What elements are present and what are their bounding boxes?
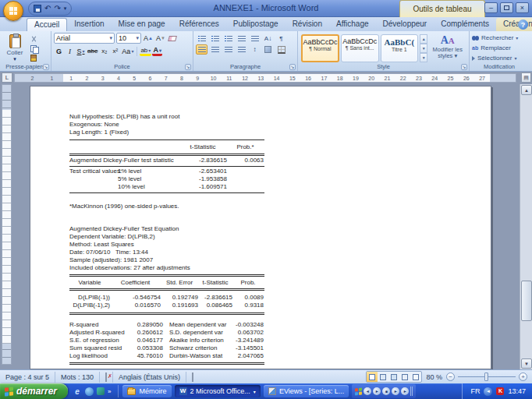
- style-sans-interligne[interactable]: AaBbCcDc ¶ Sans int...: [341, 34, 379, 62]
- hide-icons-chevron-icon[interactable]: ◄: [484, 387, 492, 396]
- clipboard-dialog-launcher[interactable]: ↘: [43, 64, 49, 70]
- tab-publipostage[interactable]: Publipostage: [226, 18, 286, 31]
- language-indicator[interactable]: Anglais (États Unis): [113, 372, 186, 383]
- antivirus-tray-icon[interactable]: K: [496, 387, 504, 395]
- language-bar[interactable]: FR: [470, 387, 480, 395]
- word-count[interactable]: Mots : 130: [55, 372, 100, 383]
- close-button[interactable]: ×: [516, 2, 529, 13]
- paragraph-dialog-launcher[interactable]: ↘: [289, 64, 296, 70]
- wmp-play-button[interactable]: ►: [373, 387, 381, 395]
- horizontal-ruler[interactable]: 21 1234567891011121314151617181920212223…: [14, 73, 516, 83]
- align-center-button[interactable]: [209, 44, 221, 55]
- internet-explorer-icon[interactable]: e: [73, 387, 82, 396]
- grow-font-button[interactable]: A▲: [143, 34, 154, 44]
- wmp-prev-button[interactable]: ◄: [364, 387, 371, 395]
- page-indicator[interactable]: Page : 4 sur 5: [0, 372, 55, 383]
- tab-accueil[interactable]: Accueil: [27, 18, 67, 31]
- scrollbar-thumb[interactable]: [521, 281, 532, 321]
- multilevel-list-button[interactable]: [222, 34, 234, 44]
- style-gallery-scrollbar[interactable]: ▲▼▼: [420, 34, 427, 62]
- zoom-out-button[interactable]: −: [446, 373, 455, 381]
- print-layout-view-button[interactable]: [367, 372, 378, 382]
- borders-button[interactable]: [275, 44, 287, 55]
- ruler-toggle-button[interactable]: ▤: [521, 72, 531, 83]
- wmp-next-button[interactable]: ►: [401, 387, 409, 395]
- web-layout-view-button[interactable]: [388, 372, 399, 382]
- minimize-button[interactable]: –: [484, 2, 498, 13]
- scroll-down-button[interactable]: ▼: [521, 358, 532, 369]
- show-paragraph-marks-button[interactable]: ¶: [275, 34, 287, 44]
- tab-developpeur[interactable]: Développeur: [376, 18, 434, 31]
- shrink-font-button[interactable]: A▼: [155, 34, 166, 44]
- vertical-ruler[interactable]: [2, 84, 12, 365]
- font-name-combo[interactable]: Arial▾: [54, 33, 115, 44]
- zoom-level[interactable]: 80 %: [426, 373, 442, 381]
- underline-button[interactable]: S▾: [76, 46, 86, 56]
- tab-revision[interactable]: Révision: [286, 18, 329, 31]
- align-right-button[interactable]: [222, 44, 234, 55]
- zoom-thumb[interactable]: [484, 373, 488, 381]
- line-spacing-button[interactable]: ↕: [249, 44, 261, 55]
- tab-insertion[interactable]: Insertion: [67, 18, 111, 31]
- paste-dropdown-icon[interactable]: ▾: [13, 56, 16, 62]
- sort-button[interactable]: A↓: [262, 34, 274, 44]
- font-color-button[interactable]: A▾: [152, 46, 162, 56]
- cut-button[interactable]: [27, 35, 40, 43]
- replace-button[interactable]: ab Remplacer: [472, 43, 527, 53]
- style-titre-1[interactable]: AaBbC( Titre 1: [381, 34, 419, 62]
- copy-button[interactable]: [27, 44, 40, 52]
- paste-button[interactable]: Coller ▾: [2, 33, 27, 62]
- wmp-mute-button[interactable]: ►: [392, 387, 399, 395]
- format-painter-button[interactable]: [27, 55, 40, 62]
- zoom-track[interactable]: [458, 376, 516, 377]
- superscript-button[interactable]: x²: [110, 46, 120, 56]
- wmp-stop-button[interactable]: ■: [382, 387, 390, 395]
- tab-complements[interactable]: Compléments: [434, 18, 496, 31]
- macro-record-button[interactable]: [186, 372, 199, 383]
- office-button[interactable]: [3, 1, 23, 21]
- italic-button[interactable]: I: [65, 46, 75, 56]
- change-styles-button[interactable]: AA Modifier les styles ▾: [428, 33, 466, 62]
- strikethrough-button[interactable]: abe: [87, 46, 98, 56]
- bullets-button[interactable]: [196, 34, 207, 44]
- restore-button[interactable]: [500, 2, 513, 13]
- tab-mise-en-page[interactable]: Mise en page: [112, 18, 172, 31]
- messenger-icon[interactable]: [85, 387, 94, 396]
- numbering-button[interactable]: [209, 34, 221, 44]
- tab-affichage[interactable]: Affichage: [329, 18, 376, 31]
- quick-launch-overflow-icon[interactable]: »: [108, 388, 111, 395]
- start-button[interactable]: démarrer: [0, 383, 68, 399]
- font-size-combo[interactable]: 10▾: [116, 33, 141, 44]
- styles-dialog-launcher[interactable]: ↘: [461, 64, 467, 70]
- taskbar-item-eviews[interactable]: EViews - [Series: L...: [264, 385, 349, 397]
- taskbar-item-memoire[interactable]: Mémoire: [122, 385, 171, 397]
- zoom-in-button[interactable]: +: [519, 373, 527, 381]
- help-button[interactable]: ?: [518, 19, 528, 30]
- tab-references[interactable]: Références: [172, 18, 226, 31]
- shading-button[interactable]: [262, 44, 274, 55]
- taskbar-item-word-group[interactable]: W 2 Microsoft Office... ▾: [175, 385, 261, 397]
- decrease-indent-button[interactable]: [236, 34, 247, 44]
- fullscreen-reading-view-button[interactable]: [378, 372, 388, 382]
- find-button[interactable]: Rechercher▾: [472, 33, 527, 43]
- tab-selector-button[interactable]: L: [2, 72, 12, 83]
- outline-view-button[interactable]: [399, 372, 410, 382]
- select-button[interactable]: Sélectionner▾: [472, 53, 527, 63]
- media-player-icon[interactable]: [97, 387, 105, 395]
- align-left-button[interactable]: [196, 44, 207, 55]
- bold-button[interactable]: G: [54, 46, 64, 56]
- toolbar-grip[interactable]: [410, 387, 413, 396]
- proofing-status[interactable]: [100, 372, 113, 383]
- scroll-up-button[interactable]: ▲: [521, 85, 532, 95]
- font-dialog-launcher[interactable]: ↘: [185, 64, 191, 70]
- draft-view-button[interactable]: [410, 372, 421, 382]
- justify-button[interactable]: [236, 44, 247, 55]
- change-case-button[interactable]: Aa▾: [121, 46, 134, 56]
- subscript-button[interactable]: x₂: [99, 46, 109, 56]
- style-normal[interactable]: AaBbCcDc ¶ Normal: [301, 34, 339, 62]
- document-page[interactable]: Null Hypothesis: D(LPIB) has a unit root…: [30, 86, 491, 369]
- highlight-button[interactable]: ab▾: [140, 46, 151, 56]
- vertical-scrollbar[interactable]: ▲ ▼: [520, 84, 532, 369]
- increase-indent-button[interactable]: [249, 34, 261, 44]
- clear-formatting-button[interactable]: [168, 34, 178, 44]
